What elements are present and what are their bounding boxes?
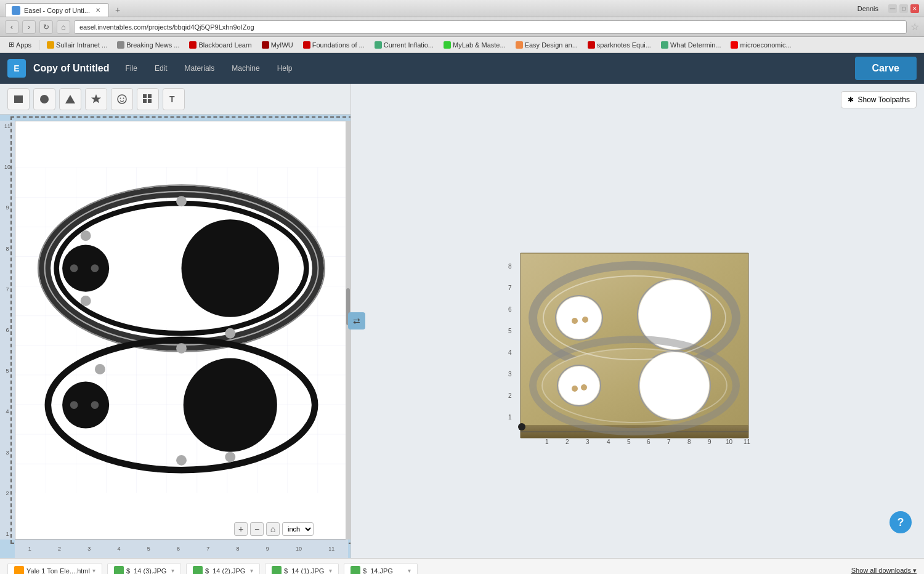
project-title: Copy of Untitled xyxy=(33,63,110,74)
active-tab[interactable]: Easel - Copy of Unti... ✕ xyxy=(5,3,109,17)
bookmark-inflation[interactable]: Current Inflatio... xyxy=(371,40,437,50)
close-button[interactable]: ✕ xyxy=(910,4,919,13)
help-button[interactable]: ? xyxy=(890,511,912,533)
download-name-3: $_14 (1).JPG xyxy=(284,567,326,575)
download-item-0[interactable]: Yale 1 Ton Ele....html ▾ xyxy=(7,563,102,575)
tab-title: Easel - Copy of Unti... xyxy=(24,7,90,14)
menu-materials[interactable]: Materials xyxy=(181,62,219,75)
svg-text:T: T xyxy=(169,94,175,104)
zoom-in-button[interactable]: + xyxy=(234,522,248,536)
svg-point-71 xyxy=(572,386,578,392)
zoom-controls: + − ⌂ inch mm cm xyxy=(234,522,314,536)
menu-file[interactable]: File xyxy=(122,62,141,75)
canvas-area: 11 10 9 8 7 6 5 4 3 2 1 xyxy=(0,115,351,558)
downloads-bar: Yale 1 Ton Ele....html ▾ $_14 (3).JPG ▾ … xyxy=(0,558,924,574)
forward-button[interactable]: › xyxy=(22,20,36,34)
app-menus: File Edit Materials Machine Help xyxy=(122,62,296,75)
svg-point-31 xyxy=(95,364,105,374)
bookmark-easydesign-label: Easy Design an... xyxy=(525,41,578,49)
svg-point-19 xyxy=(70,264,78,272)
home-button[interactable]: ⌂ xyxy=(57,20,70,34)
unit-select[interactable]: inch mm cm xyxy=(282,522,314,536)
svg-text:7: 7 xyxy=(667,439,671,445)
svg-point-5 xyxy=(120,97,121,99)
minimize-button[interactable]: — xyxy=(888,4,897,13)
address-input[interactable] xyxy=(74,20,907,34)
download-item-4[interactable]: $_14.JPG ▾ xyxy=(344,563,418,575)
svg-point-4 xyxy=(118,95,126,103)
svg-point-22 xyxy=(176,196,187,206)
maximize-button[interactable]: □ xyxy=(899,4,908,13)
emoji-tool-button[interactable] xyxy=(111,88,133,110)
bookmark-myiwu[interactable]: MyIWU xyxy=(258,40,297,50)
right-panel: ✱ Show Toolpaths xyxy=(351,84,924,558)
design-canvas[interactable] xyxy=(15,121,348,540)
svg-point-34 xyxy=(176,455,187,466)
bookmark-divider xyxy=(39,40,39,50)
svg-point-25 xyxy=(225,328,235,339)
triangle-tool-button[interactable] xyxy=(59,88,81,110)
reload-button[interactable]: ↻ xyxy=(39,20,53,34)
app-logo: E xyxy=(7,59,26,78)
bookmark-sparknotes[interactable]: sparknotes Equi... xyxy=(584,40,655,50)
svg-point-1 xyxy=(40,95,49,103)
zoom-fit-button[interactable]: ⌂ xyxy=(266,522,280,536)
bookmark-whatdetermines[interactable]: What Determin... xyxy=(657,40,725,50)
tab-favicon xyxy=(12,6,20,15)
canvas-svg[interactable] xyxy=(15,121,347,539)
svg-point-27 xyxy=(62,381,109,428)
download-item-3[interactable]: $_14 (1).JPG ▾ xyxy=(265,563,339,575)
carve-button[interactable]: Carve xyxy=(855,57,917,80)
help-icon: ? xyxy=(898,516,904,529)
swap-view-button[interactable]: ⇄ xyxy=(348,312,365,329)
new-tab-button[interactable]: + xyxy=(110,3,125,17)
svg-text:9: 9 xyxy=(708,439,711,445)
svg-text:1: 1 xyxy=(508,414,512,421)
bookmark-apps[interactable]: ⊞ Apps xyxy=(5,39,35,50)
star-tool-button[interactable] xyxy=(85,88,107,110)
download-item-2[interactable]: $_14 (2).JPG ▾ xyxy=(186,563,260,575)
bookmark-mylab-label: MyLab & Maste... xyxy=(453,41,506,49)
tab-close-button[interactable]: ✕ xyxy=(94,6,102,15)
bookmark-blackboard-label: Blackboard Learn xyxy=(198,41,251,49)
download-chevron-2: ▾ xyxy=(250,567,253,574)
menu-edit[interactable]: Edit xyxy=(151,62,171,75)
svg-text:8: 8 xyxy=(687,439,691,445)
svg-point-63 xyxy=(572,318,578,324)
bookmark-breaking-news[interactable]: Breaking News ... xyxy=(113,40,183,50)
svg-text:2: 2 xyxy=(508,392,512,399)
menu-help[interactable]: Help xyxy=(274,62,296,75)
show-all-downloads-link[interactable]: Show all downloads ▾ xyxy=(851,567,917,574)
svg-text:8: 8 xyxy=(508,263,512,270)
rectangle-tool-button[interactable] xyxy=(7,88,30,110)
bookmark-sullair[interactable]: Sullair Intranet ... xyxy=(43,40,111,50)
show-toolpaths-button[interactable]: ✱ Show Toolpaths xyxy=(841,91,917,108)
download-name-0: Yale 1 Ton Ele....html xyxy=(26,567,90,575)
svg-rect-8 xyxy=(148,94,152,98)
scrollbar[interactable] xyxy=(346,121,351,540)
zoom-out-button[interactable]: − xyxy=(250,522,264,536)
bookmark-microeconomics[interactable]: microeconomic... xyxy=(727,40,795,50)
bookmark-easydesign[interactable]: Easy Design an... xyxy=(512,40,582,50)
download-chevron-4: ▾ xyxy=(408,567,411,574)
download-icon-jpg-4 xyxy=(351,566,360,575)
circle-tool-button[interactable] xyxy=(33,88,55,110)
shape-toolbar: T xyxy=(0,84,351,115)
download-icon-jpg-1 xyxy=(114,566,124,575)
back-button[interactable]: ‹ xyxy=(5,20,18,34)
svg-text:2: 2 xyxy=(565,439,569,445)
show-toolpaths-label: Show Toolpaths xyxy=(857,95,910,104)
bookmark-blackboard[interactable]: Blackboard Learn xyxy=(185,40,255,50)
bookmark-mylab[interactable]: MyLab & Maste... xyxy=(440,40,509,50)
svg-point-32 xyxy=(176,343,187,354)
download-item-1[interactable]: $_14 (3).JPG ▾ xyxy=(107,563,181,575)
bookmark-foundations[interactable]: Foundations of ... xyxy=(299,40,368,50)
download-name-1: $_14 (3).JPG xyxy=(126,567,169,575)
menu-machine[interactable]: Machine xyxy=(228,62,263,75)
svg-point-68 xyxy=(640,352,709,419)
bookmark-star-icon[interactable]: ☆ xyxy=(910,21,919,33)
grid-tool-button[interactable] xyxy=(137,88,159,110)
text-tool-button[interactable]: T xyxy=(163,88,185,110)
app-header: E Copy of Untitled File Edit Materials M… xyxy=(0,53,924,84)
download-chevron-1: ▾ xyxy=(171,567,174,574)
